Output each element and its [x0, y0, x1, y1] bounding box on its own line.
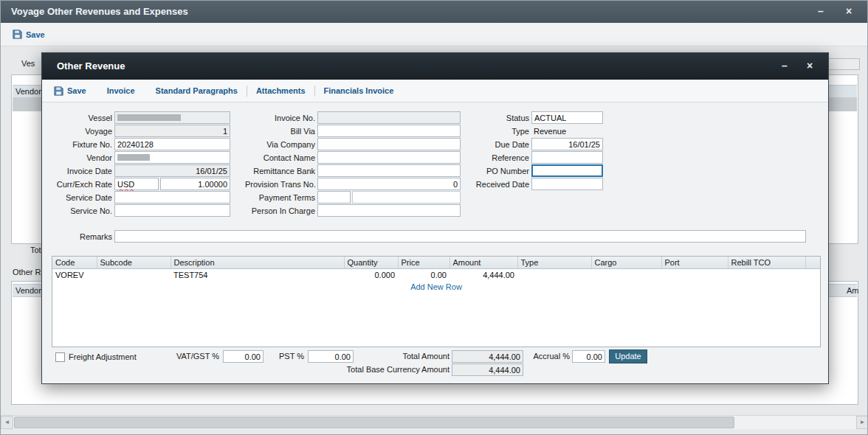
cell-subcode[interactable] [97, 268, 170, 282]
accrual-label: Accrual % [514, 350, 570, 363]
scroll-left-button[interactable]: ◄ [1, 416, 13, 429]
cell-quantity[interactable]: 0.000 [344, 268, 398, 282]
toolbar-separator [314, 86, 315, 97]
cell-rebill-tco[interactable] [728, 268, 805, 282]
vendor-field[interactable] [114, 151, 230, 164]
col-description-header[interactable]: Description [170, 257, 344, 268]
exchange-rate-input[interactable] [160, 178, 230, 190]
col-amount-header[interactable]: Amount [450, 257, 517, 268]
fixture-no-label: Fixture No. [46, 140, 112, 149]
vessel-field[interactable] [114, 111, 230, 124]
invoice-button[interactable]: Invoice [107, 86, 135, 95]
col-subcode-header[interactable]: Subcode [97, 257, 170, 268]
cell-type[interactable] [517, 268, 591, 282]
invoice-no-field[interactable] [317, 111, 461, 124]
horizontal-scrollbar[interactable]: ◄ ► [1, 415, 868, 429]
status-label: Status [474, 114, 529, 122]
payment-terms-code-input[interactable] [317, 191, 351, 203]
type-value[interactable]: Revenue [531, 125, 603, 137]
cell-port[interactable] [661, 268, 728, 282]
cell-description[interactable]: TEST754 [170, 268, 344, 282]
contact-name-label: Contact Name [245, 153, 315, 162]
save-button-label: Save [26, 30, 45, 39]
dialog-save-button[interactable]: Save [54, 86, 86, 96]
bill-via-input[interactable] [317, 125, 461, 137]
toolbar-separator [247, 86, 247, 97]
col-port-header[interactable]: Port [661, 257, 728, 268]
currency-value: USD [117, 180, 134, 189]
status-input[interactable] [531, 111, 603, 124]
col-type-header[interactable]: Type [517, 257, 591, 268]
accrual-input[interactable] [572, 350, 605, 363]
close-button[interactable]: × [838, 1, 860, 23]
col-price-header[interactable]: Price [398, 257, 450, 268]
contact-name-input[interactable] [317, 151, 461, 164]
total-amount-field: 4,444.00 [452, 350, 523, 363]
main-window: Voyage Other Revenues and Expenses – × S… [0, 0, 868, 435]
cell-amount[interactable]: 4,444.00 [450, 268, 517, 282]
floppy-save-icon [54, 86, 63, 96]
bg-amount-header: Am [847, 285, 859, 297]
col-quantity-header[interactable]: Quantity [344, 257, 398, 268]
cell-cargo[interactable] [591, 268, 661, 282]
form-column-left: Vessel Voyage 1 Fixture No. Vendor Invoi… [46, 111, 230, 217]
window-title: Voyage Other Revenues and Expenses [11, 6, 188, 17]
save-button[interactable]: Save [13, 29, 45, 39]
fixture-no-input[interactable] [114, 138, 230, 150]
line-items-panel: Code Subcode Description Quantity Price … [52, 256, 821, 347]
remarks-label: Remarks [46, 232, 112, 241]
redacted-vessel-value [117, 114, 181, 121]
horizontal-scroll-thumb[interactable] [14, 417, 734, 428]
standard-paragraphs-button[interactable]: Standard Paragraphs [156, 86, 238, 95]
window-titlebar: Voyage Other Revenues and Expenses – × [1, 1, 867, 23]
service-no-input[interactable] [114, 204, 230, 217]
financials-invoice-button[interactable]: Financials Invoice [324, 86, 394, 95]
bg-vendor-header: Vendor [16, 87, 41, 96]
dialog-minimize-button[interactable]: – [774, 53, 796, 75]
po-number-input[interactable] [531, 164, 603, 177]
via-company-input[interactable] [317, 138, 461, 150]
reference-input[interactable] [531, 151, 603, 164]
pst-input[interactable] [308, 350, 354, 363]
service-date-input[interactable] [114, 191, 230, 203]
add-new-row-link[interactable]: Add New Row [52, 282, 820, 291]
dialog-close-button[interactable]: × [799, 53, 821, 75]
reference-label: Reference [474, 153, 529, 162]
invoice-date-field[interactable]: 16/01/25 [114, 164, 230, 177]
remarks-input[interactable] [114, 230, 806, 243]
received-date-label: Received Date [474, 180, 529, 189]
col-cargo-header[interactable]: Cargo [591, 257, 661, 268]
due-date-input[interactable] [531, 138, 603, 150]
currency-input[interactable]: USD [114, 178, 159, 190]
vendor-label: Vendor [46, 153, 112, 162]
cell-code[interactable]: VOREV [52, 268, 97, 282]
attachments-button[interactable]: Attachments [256, 86, 306, 95]
total-base-currency-field: 4,444.00 [452, 363, 523, 376]
bill-via-label: Bill Via [245, 127, 315, 136]
person-in-charge-input[interactable] [317, 204, 461, 217]
remarks-row: Remarks [46, 230, 806, 243]
provision-trans-no-label: Provision Trans No. [245, 180, 315, 189]
other-revenue-dialog: Other Revenue – × Save Invoice Standard … [41, 52, 829, 384]
form-column-middle: Invoice No. Bill Via Via Company Contact… [245, 111, 461, 217]
scroll-right-button[interactable]: ► [856, 416, 868, 429]
dialog-body: Vessel Voyage 1 Fixture No. Vendor Invoi… [42, 102, 828, 385]
vessel-label: Vessel [46, 114, 112, 122]
col-rebill-tco-header[interactable]: Rebill TCO [728, 257, 805, 268]
table-row[interactable]: VOREV TEST754 0.000 0.00 4,444.00 [52, 268, 820, 282]
table-header-row: Code Subcode Description Quantity Price … [52, 257, 820, 268]
update-button[interactable]: Update [609, 349, 647, 363]
curr-exch-rate-label: Curr/Exch Rate [46, 180, 112, 189]
remittance-bank-input[interactable] [317, 164, 461, 177]
type-label: Type [474, 127, 529, 136]
minimize-button[interactable]: – [810, 1, 832, 23]
freight-adjustment-checkbox[interactable] [55, 352, 65, 362]
received-date-input[interactable] [531, 178, 603, 190]
voyage-field[interactable]: 1 [114, 125, 230, 137]
col-code-header[interactable]: Code [52, 257, 97, 268]
provision-trans-no-input[interactable] [317, 178, 461, 190]
total-amount-label: Total Amount [367, 350, 450, 363]
freight-adjustment-label: Freight Adjustment [69, 351, 137, 363]
col-filler-header [805, 257, 820, 268]
cell-price[interactable]: 0.00 [398, 268, 450, 282]
